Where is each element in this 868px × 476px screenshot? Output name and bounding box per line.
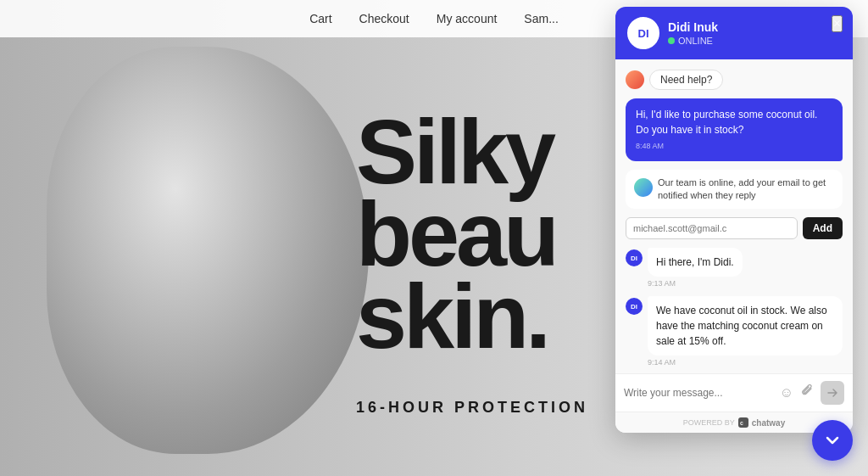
hero-line2: beau — [356, 193, 556, 275]
agent-message-2: We have coconut oil in stock. We also ha… — [648, 296, 843, 367]
chat-header: DI Didi Inuk ONLINE × — [615, 7, 853, 59]
email-row: Add — [626, 217, 843, 239]
need-help-avatar — [626, 70, 644, 89]
chat-body: Need help? Hi, I'd like to purchase some… — [615, 59, 853, 373]
send-message-button[interactable] — [821, 381, 844, 405]
notification-icon — [634, 178, 653, 197]
chat-input-icons: ☺ — [780, 381, 844, 405]
chat-widget: DI Didi Inuk ONLINE × Need help? Hi, I'd… — [615, 7, 853, 433]
user-message-time: 8:48 AM — [636, 141, 832, 153]
notification-text: Our team is online, add your email to ge… — [658, 176, 834, 203]
powered-by-label: POWERED BY — [683, 418, 735, 427]
nav-my-account[interactable]: My account — [437, 12, 498, 25]
agent-initials: DI — [638, 27, 649, 40]
hero-text: Silky beau skin. — [356, 110, 556, 358]
agent-message-time-2: 9:14 AM — [648, 358, 843, 367]
agent-message-row-1: DI Hi there, I'm Didi. 9:13 AM — [626, 248, 843, 288]
agent-status: ONLINE — [668, 36, 841, 46]
status-label: ONLINE — [678, 36, 713, 46]
agent-badge-2: DI — [626, 298, 643, 315]
close-chat-button[interactable]: × — [832, 15, 843, 32]
user-message-text: Hi, I'd like to purchase some coconut oi… — [636, 107, 832, 137]
svg-text:c: c — [740, 420, 743, 426]
emoji-button[interactable]: ☺ — [780, 385, 793, 400]
chat-bubble-button[interactable] — [812, 420, 853, 461]
agent-message-row-2: DI We have coconut oil in stock. We also… — [626, 296, 843, 367]
agent-message-time-1: 9:13 AM — [648, 279, 743, 288]
hero-line1: Silky — [356, 110, 556, 193]
chat-message-input[interactable] — [624, 387, 773, 399]
attachment-button[interactable] — [800, 384, 814, 401]
user-message-bubble: Hi, I'd like to purchase some coconut oi… — [626, 98, 843, 161]
nav-checkout[interactable]: Checkout — [359, 12, 409, 25]
agent-avatar: DI — [627, 17, 659, 49]
notification-row: Our team is online, add your email to ge… — [626, 170, 843, 210]
hero-face-image — [47, 47, 369, 454]
chevron-down-icon — [823, 431, 842, 450]
chatway-icon: c — [738, 417, 748, 428]
need-help-row: Need help? — [626, 70, 843, 90]
agent-badge-1: DI — [626, 249, 643, 266]
agent-message-text-1: Hi there, I'm Didi. — [648, 248, 743, 277]
hero-subtext: 16-HOUR PROTECTION — [356, 399, 588, 417]
nav-sample[interactable]: Sam... — [524, 12, 558, 25]
agent-message-1: Hi there, I'm Didi. 9:13 AM — [648, 248, 743, 288]
hero-line3: skin. — [356, 275, 556, 357]
need-help-bubble: Need help? — [649, 70, 723, 90]
agent-name: Didi Inuk — [668, 20, 841, 34]
add-email-button[interactable]: Add — [803, 217, 843, 239]
status-dot — [668, 37, 675, 44]
chatway-brand: chatway — [752, 418, 785, 428]
email-input[interactable] — [626, 217, 798, 239]
chat-header-info: Didi Inuk ONLINE — [668, 20, 841, 46]
chat-input-area: ☺ — [615, 373, 853, 412]
agent-message-text-2: We have coconut oil in stock. We also ha… — [648, 296, 843, 356]
nav-cart[interactable]: Cart — [309, 12, 331, 25]
